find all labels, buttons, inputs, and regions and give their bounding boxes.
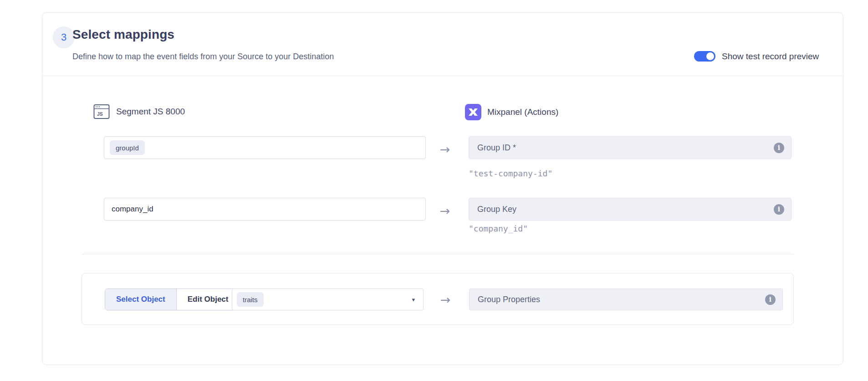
object-select-dropdown[interactable]: traits ▾ (232, 288, 424, 310)
info-icon[interactable]: i (774, 143, 784, 153)
dest-field-label: Group Properties (478, 295, 765, 304)
info-icon[interactable]: i (765, 294, 776, 305)
source-name: Segment JS 8000 (116, 107, 185, 117)
company-id-text-input[interactable] (110, 205, 425, 214)
source-header: JS Segment JS 8000 (93, 103, 185, 120)
test-preview-value: "company_id" (469, 224, 528, 233)
info-icon[interactable]: i (774, 204, 784, 215)
dest-field-group-properties[interactable]: Group Properties i (469, 288, 783, 310)
select-object-button[interactable]: Select Object (105, 289, 177, 310)
edit-object-button[interactable]: Edit Object (177, 289, 240, 310)
object-mapping-card: Select Object Edit Object traits ▾ → Gro… (82, 273, 794, 325)
destination-header: Mixpanel (Actions) (465, 104, 558, 120)
source-field-input-company-id[interactable] (104, 198, 426, 221)
step-number-badge: 3 (53, 26, 75, 48)
test-record-toggle-row: Show test record preview (694, 51, 819, 62)
select-mappings-card: 3 Select mappings Define how to map the … (42, 12, 843, 365)
mapping-arrow-icon: → (436, 143, 454, 156)
dest-field-label: Group Key (477, 205, 774, 214)
source-token-groupid[interactable]: groupId (110, 140, 145, 155)
object-mode-button-group: Select Object Edit Object (105, 288, 240, 310)
source-field-input-groupid[interactable]: groupId (104, 136, 426, 159)
mapping-arrow-icon: → (436, 293, 454, 306)
section-title: Select mappings (72, 27, 174, 42)
svg-text:JS: JS (97, 111, 103, 117)
toggle-label: Show test record preview (722, 51, 819, 62)
header-divider (42, 76, 843, 76)
section-subtitle: Define how to map the event fields from … (72, 52, 334, 62)
object-token-traits[interactable]: traits (237, 292, 264, 307)
destination-name: Mixpanel (Actions) (487, 107, 558, 117)
section-divider (82, 254, 794, 254)
show-test-record-toggle[interactable] (694, 51, 715, 62)
dest-field-group-key[interactable]: Group Key i (469, 198, 791, 221)
dest-field-label: Group ID * (477, 143, 774, 153)
test-preview-value: "test-company-id" (469, 169, 552, 178)
toggle-knob-icon (706, 52, 714, 60)
chevron-down-icon: ▾ (412, 296, 415, 303)
dest-field-group-id[interactable]: Group ID * i (469, 136, 791, 159)
mapping-arrow-icon: → (436, 205, 454, 217)
browser-js-icon: JS (93, 103, 110, 120)
mixpanel-logo-icon (465, 104, 481, 120)
